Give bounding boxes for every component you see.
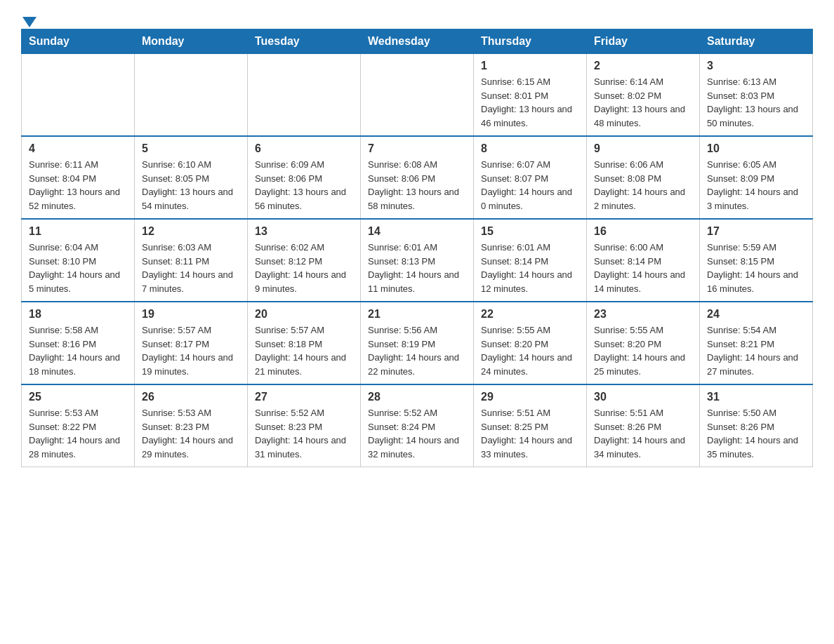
calendar-cell: 13Sunrise: 6:02 AMSunset: 8:12 PMDayligh…	[248, 219, 361, 302]
calendar-week-row: 1Sunrise: 6:15 AMSunset: 8:01 PMDaylight…	[22, 54, 813, 137]
calendar-cell	[22, 54, 135, 137]
calendar-cell: 14Sunrise: 6:01 AMSunset: 8:13 PMDayligh…	[361, 219, 474, 302]
calendar-cell: 28Sunrise: 5:52 AMSunset: 8:24 PMDayligh…	[361, 384, 474, 467]
day-info: Sunrise: 6:04 AMSunset: 8:10 PMDaylight:…	[29, 241, 127, 295]
calendar-cell: 11Sunrise: 6:04 AMSunset: 8:10 PMDayligh…	[22, 219, 135, 302]
day-info: Sunrise: 5:55 AMSunset: 8:20 PMDaylight:…	[481, 323, 579, 378]
day-info: Sunrise: 6:01 AMSunset: 8:14 PMDaylight:…	[481, 241, 579, 295]
calendar-week-row: 18Sunrise: 5:58 AMSunset: 8:16 PMDayligh…	[22, 302, 813, 384]
day-number: 29	[481, 391, 579, 403]
day-number: 19	[142, 308, 240, 321]
day-number: 20	[255, 308, 353, 321]
day-number: 13	[255, 225, 353, 238]
day-info: Sunrise: 6:10 AMSunset: 8:05 PMDaylight:…	[142, 158, 240, 213]
day-info: Sunrise: 5:55 AMSunset: 8:20 PMDaylight:…	[594, 323, 692, 378]
calendar-cell: 6Sunrise: 6:09 AMSunset: 8:06 PMDaylight…	[248, 136, 361, 219]
calendar-cell: 1Sunrise: 6:15 AMSunset: 8:01 PMDaylight…	[474, 54, 587, 137]
day-number: 14	[368, 225, 466, 238]
day-info: Sunrise: 6:02 AMSunset: 8:12 PMDaylight:…	[255, 241, 353, 295]
calendar-cell: 24Sunrise: 5:54 AMSunset: 8:21 PMDayligh…	[700, 302, 813, 384]
day-number: 11	[29, 225, 127, 238]
logo-triangle-icon	[22, 17, 37, 27]
calendar-cell: 25Sunrise: 5:53 AMSunset: 8:22 PMDayligh…	[22, 384, 135, 467]
day-info: Sunrise: 5:59 AMSunset: 8:15 PMDaylight:…	[707, 241, 805, 295]
day-info: Sunrise: 6:00 AMSunset: 8:14 PMDaylight:…	[594, 241, 692, 295]
calendar-day-header: Saturday	[700, 29, 813, 54]
day-number: 17	[707, 225, 805, 238]
day-info: Sunrise: 6:06 AMSunset: 8:08 PMDaylight:…	[594, 158, 692, 213]
day-number: 31	[707, 391, 805, 403]
calendar-day-header: Friday	[587, 29, 700, 54]
day-number: 18	[29, 308, 127, 321]
calendar-day-header: Tuesday	[248, 29, 361, 54]
day-info: Sunrise: 5:53 AMSunset: 8:22 PMDaylight:…	[29, 406, 127, 461]
calendar-cell: 22Sunrise: 5:55 AMSunset: 8:20 PMDayligh…	[474, 302, 587, 384]
day-info: Sunrise: 6:05 AMSunset: 8:09 PMDaylight:…	[707, 158, 805, 213]
calendar-cell: 31Sunrise: 5:50 AMSunset: 8:26 PMDayligh…	[700, 384, 813, 467]
day-number: 3	[707, 60, 805, 72]
calendar-cell: 23Sunrise: 5:55 AMSunset: 8:20 PMDayligh…	[587, 302, 700, 384]
day-info: Sunrise: 6:14 AMSunset: 8:02 PMDaylight:…	[594, 75, 692, 130]
day-number: 30	[594, 391, 692, 403]
calendar-cell: 2Sunrise: 6:14 AMSunset: 8:02 PMDaylight…	[587, 54, 700, 137]
calendar-cell	[361, 54, 474, 137]
day-number: 1	[481, 60, 579, 72]
day-number: 15	[481, 225, 579, 238]
day-info: Sunrise: 5:51 AMSunset: 8:26 PMDaylight:…	[594, 406, 692, 461]
calendar-week-row: 4Sunrise: 6:11 AMSunset: 8:04 PMDaylight…	[22, 136, 813, 219]
day-info: Sunrise: 5:57 AMSunset: 8:18 PMDaylight:…	[255, 323, 353, 378]
calendar-week-row: 25Sunrise: 5:53 AMSunset: 8:22 PMDayligh…	[22, 384, 813, 467]
calendar-header-row: SundayMondayTuesdayWednesdayThursdayFrid…	[22, 29, 813, 54]
day-number: 21	[368, 308, 466, 321]
calendar-cell	[248, 54, 361, 137]
day-number: 2	[594, 60, 692, 72]
day-info: Sunrise: 6:09 AMSunset: 8:06 PMDaylight:…	[255, 158, 353, 213]
day-info: Sunrise: 5:53 AMSunset: 8:23 PMDaylight:…	[142, 406, 240, 461]
calendar-day-header: Sunday	[22, 29, 135, 54]
calendar-week-row: 11Sunrise: 6:04 AMSunset: 8:10 PMDayligh…	[22, 219, 813, 302]
day-number: 25	[29, 391, 127, 403]
day-number: 8	[481, 142, 579, 155]
calendar-table: SundayMondayTuesdayWednesdayThursdayFrid…	[21, 29, 813, 467]
calendar-cell: 16Sunrise: 6:00 AMSunset: 8:14 PMDayligh…	[587, 219, 700, 302]
day-info: Sunrise: 6:03 AMSunset: 8:11 PMDaylight:…	[142, 241, 240, 295]
calendar-cell: 19Sunrise: 5:57 AMSunset: 8:17 PMDayligh…	[135, 302, 248, 384]
calendar-day-header: Thursday	[474, 29, 587, 54]
calendar-cell	[135, 54, 248, 137]
day-info: Sunrise: 5:54 AMSunset: 8:21 PMDaylight:…	[707, 323, 805, 378]
calendar-cell: 21Sunrise: 5:56 AMSunset: 8:19 PMDayligh…	[361, 302, 474, 384]
calendar-cell: 15Sunrise: 6:01 AMSunset: 8:14 PMDayligh…	[474, 219, 587, 302]
day-number: 7	[368, 142, 466, 155]
calendar-cell: 17Sunrise: 5:59 AMSunset: 8:15 PMDayligh…	[700, 219, 813, 302]
day-number: 5	[142, 142, 240, 155]
calendar-day-header: Wednesday	[361, 29, 474, 54]
day-number: 22	[481, 308, 579, 321]
day-number: 26	[142, 391, 240, 403]
page-header	[21, 14, 813, 22]
day-info: Sunrise: 5:50 AMSunset: 8:26 PMDaylight:…	[707, 406, 805, 461]
day-info: Sunrise: 6:08 AMSunset: 8:06 PMDaylight:…	[368, 158, 466, 213]
calendar-cell: 12Sunrise: 6:03 AMSunset: 8:11 PMDayligh…	[135, 219, 248, 302]
calendar-cell: 4Sunrise: 6:11 AMSunset: 8:04 PMDaylight…	[22, 136, 135, 219]
calendar-cell: 7Sunrise: 6:08 AMSunset: 8:06 PMDaylight…	[361, 136, 474, 219]
calendar-cell: 20Sunrise: 5:57 AMSunset: 8:18 PMDayligh…	[248, 302, 361, 384]
calendar-cell: 5Sunrise: 6:10 AMSunset: 8:05 PMDaylight…	[135, 136, 248, 219]
day-info: Sunrise: 5:56 AMSunset: 8:19 PMDaylight:…	[368, 323, 466, 378]
day-info: Sunrise: 5:57 AMSunset: 8:17 PMDaylight:…	[142, 323, 240, 378]
calendar-cell: 9Sunrise: 6:06 AMSunset: 8:08 PMDaylight…	[587, 136, 700, 219]
day-info: Sunrise: 6:11 AMSunset: 8:04 PMDaylight:…	[29, 158, 127, 213]
calendar-cell: 8Sunrise: 6:07 AMSunset: 8:07 PMDaylight…	[474, 136, 587, 219]
calendar-cell: 30Sunrise: 5:51 AMSunset: 8:26 PMDayligh…	[587, 384, 700, 467]
day-number: 4	[29, 142, 127, 155]
day-number: 10	[707, 142, 805, 155]
day-info: Sunrise: 5:58 AMSunset: 8:16 PMDaylight:…	[29, 323, 127, 378]
day-info: Sunrise: 6:07 AMSunset: 8:07 PMDaylight:…	[481, 158, 579, 213]
day-info: Sunrise: 5:52 AMSunset: 8:24 PMDaylight:…	[368, 406, 466, 461]
day-number: 24	[707, 308, 805, 321]
logo	[21, 14, 38, 22]
calendar-cell: 29Sunrise: 5:51 AMSunset: 8:25 PMDayligh…	[474, 384, 587, 467]
calendar-cell: 26Sunrise: 5:53 AMSunset: 8:23 PMDayligh…	[135, 384, 248, 467]
day-number: 9	[594, 142, 692, 155]
calendar-cell: 3Sunrise: 6:13 AMSunset: 8:03 PMDaylight…	[700, 54, 813, 137]
calendar-cell: 18Sunrise: 5:58 AMSunset: 8:16 PMDayligh…	[22, 302, 135, 384]
